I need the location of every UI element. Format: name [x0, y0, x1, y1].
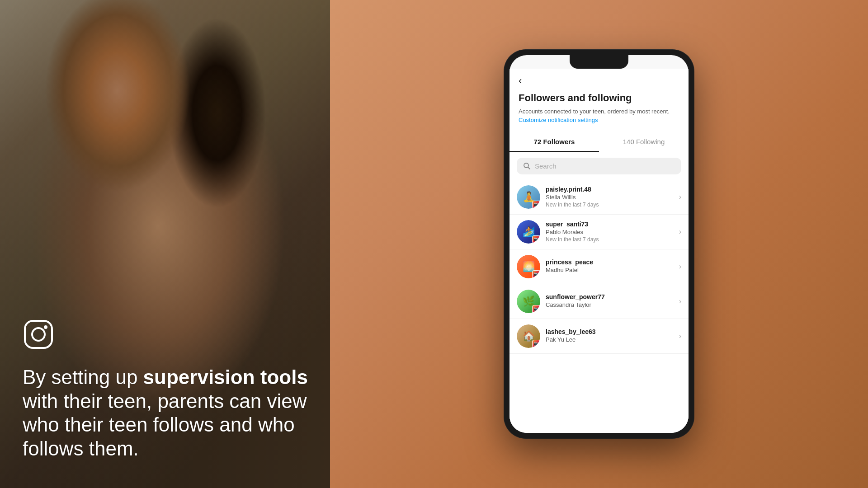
page-subtitle: Accounts connected to your teen, ordered…	[519, 108, 679, 124]
svg-point-2	[44, 325, 47, 329]
chevron-right-icon: ›	[679, 263, 681, 271]
avatar: 🌿 📷	[517, 290, 540, 313]
svg-rect-0	[25, 321, 52, 348]
chevron-right-icon: ›	[679, 193, 681, 201]
chevron-right-icon: ›	[679, 332, 681, 340]
user-name: Pablo Morales	[546, 229, 674, 235]
user-info: sunflower_power77 Cassandra Taylor	[546, 293, 674, 309]
search-box[interactable]: Search	[517, 158, 681, 174]
list-item[interactable]: 🌿 📷 sunflower_power77 Cassandra Taylor ›	[509, 284, 689, 319]
instagram-badge-icon: 📷	[532, 235, 540, 244]
instagram-badge-icon: 📷	[532, 305, 540, 313]
user-list: 🧘 📷 paisley.print.48 Stella Willis New i…	[509, 180, 689, 433]
phone-mockup: ‹ Followers and following Accounts conne…	[504, 50, 694, 438]
phone-notch	[570, 55, 628, 69]
instagram-badge-icon: 📷	[532, 201, 540, 209]
instagram-logo-icon	[23, 319, 54, 350]
search-placeholder: Search	[535, 162, 557, 170]
user-name: Stella Willis	[546, 194, 674, 201]
list-item[interactable]: 🏠 📷 lashes_by_lee63 Pak Yu Lee ›	[509, 319, 689, 354]
search-container: Search	[509, 152, 689, 180]
app-content: ‹ Followers and following Accounts conne…	[509, 69, 689, 433]
svg-point-1	[32, 328, 45, 341]
search-icon	[523, 162, 530, 169]
app-header: ‹ Followers and following Accounts conne…	[509, 69, 689, 126]
user-info: paisley.print.48 Stella Willis New in th…	[546, 186, 674, 208]
back-button[interactable]: ‹	[519, 75, 522, 87]
list-item[interactable]: 🏄 📷 super_santi73 Pablo Morales New in t…	[509, 215, 689, 249]
instagram-badge-icon: 📷	[532, 340, 540, 348]
chevron-right-icon: ›	[679, 297, 681, 305]
tab-following[interactable]: 140 Following	[599, 132, 689, 152]
instagram-badge-icon: 📷	[532, 270, 540, 278]
customize-link[interactable]: Customize notification settings	[519, 117, 598, 123]
svg-line-4	[528, 167, 530, 169]
left-text: By setting up supervision tools with the…	[23, 366, 316, 461]
left-content: By setting up supervision tools with the…	[23, 319, 316, 461]
right-panel: ‹ Followers and following Accounts conne…	[330, 0, 868, 488]
user-new-badge: New in the last 7 days	[546, 202, 674, 208]
avatar: 🏄 📷	[517, 220, 540, 244]
user-name: Cassandra Taylor	[546, 301, 674, 308]
user-name: Madhu Patel	[546, 267, 674, 273]
avatar: 🏠 📷	[517, 324, 540, 348]
user-info: lashes_by_lee63 Pak Yu Lee	[546, 328, 674, 344]
chevron-right-icon: ›	[679, 228, 681, 236]
user-handle: paisley.print.48	[546, 186, 674, 193]
user-handle: lashes_by_lee63	[546, 328, 674, 335]
list-item[interactable]: 🌅 📷 princess_peace Madhu Patel ›	[509, 249, 689, 284]
avatar: 🌅 📷	[517, 255, 540, 278]
tabs-container: 72 Followers 140 Following	[509, 132, 689, 152]
left-panel: By setting up supervision tools with the…	[0, 0, 330, 488]
avatar: 🧘 📷	[517, 185, 540, 209]
user-handle: sunflower_power77	[546, 293, 674, 300]
user-name: Pak Yu Lee	[546, 336, 674, 343]
page-title: Followers and following	[519, 92, 679, 104]
list-item[interactable]: 🧘 📷 paisley.print.48 Stella Willis New i…	[509, 180, 689, 215]
user-handle: princess_peace	[546, 258, 674, 266]
user-info: super_santi73 Pablo Morales New in the l…	[546, 221, 674, 243]
phone-screen: ‹ Followers and following Accounts conne…	[509, 55, 689, 433]
user-info: princess_peace Madhu Patel	[546, 258, 674, 274]
user-new-badge: New in the last 7 days	[546, 236, 674, 243]
tab-followers[interactable]: 72 Followers	[509, 132, 599, 152]
user-handle: super_santi73	[546, 221, 674, 228]
